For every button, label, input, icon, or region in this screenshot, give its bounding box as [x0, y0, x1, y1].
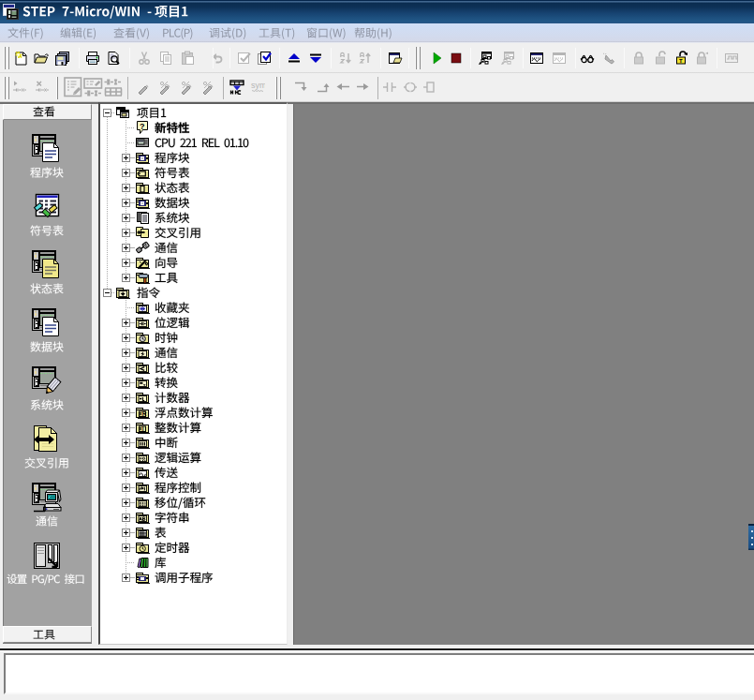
svg-text:I: I — [142, 425, 144, 432]
svg-text:R: R — [142, 410, 147, 417]
svg-text:T: T — [679, 58, 683, 64]
svg-text:?: ? — [140, 122, 145, 131]
svg-text:sym: sym — [251, 81, 265, 90]
